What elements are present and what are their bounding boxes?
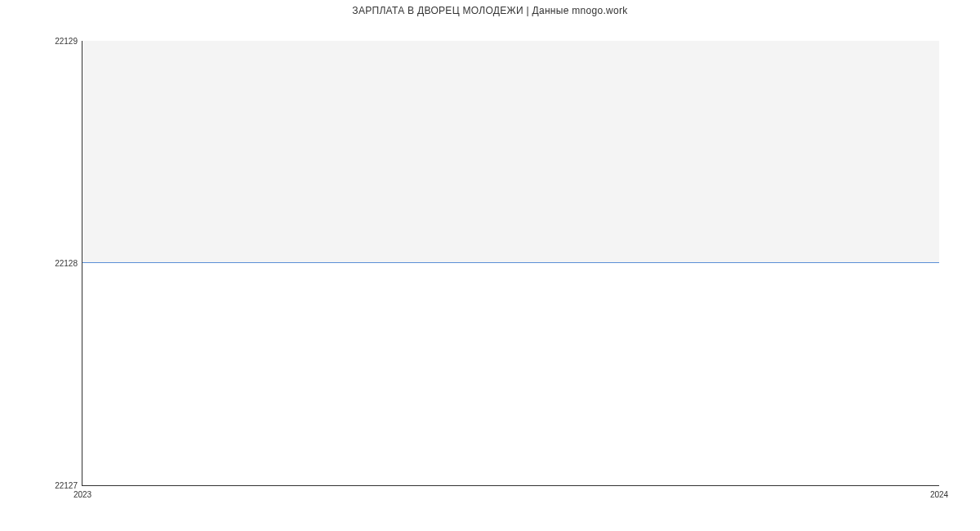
plot-area: 22129 22128 22127 2023 2024 xyxy=(82,41,939,486)
x-tick-label: 2024 xyxy=(930,490,948,499)
data-line xyxy=(82,262,939,263)
chart-title: ЗАРПЛАТА В ДВОРЕЦ МОЛОДЕЖИ | Данные mnog… xyxy=(0,5,980,16)
plot-background-lower xyxy=(82,263,939,485)
chart-container: ЗАРПЛАТА В ДВОРЕЦ МОЛОДЕЖИ | Данные mnog… xyxy=(0,0,980,531)
y-tick-label: 22127 xyxy=(55,481,78,490)
y-tick-label: 22129 xyxy=(55,37,78,46)
x-tick-label: 2023 xyxy=(74,490,91,499)
y-tick-label: 22128 xyxy=(55,259,78,268)
plot-background-upper xyxy=(82,41,939,263)
